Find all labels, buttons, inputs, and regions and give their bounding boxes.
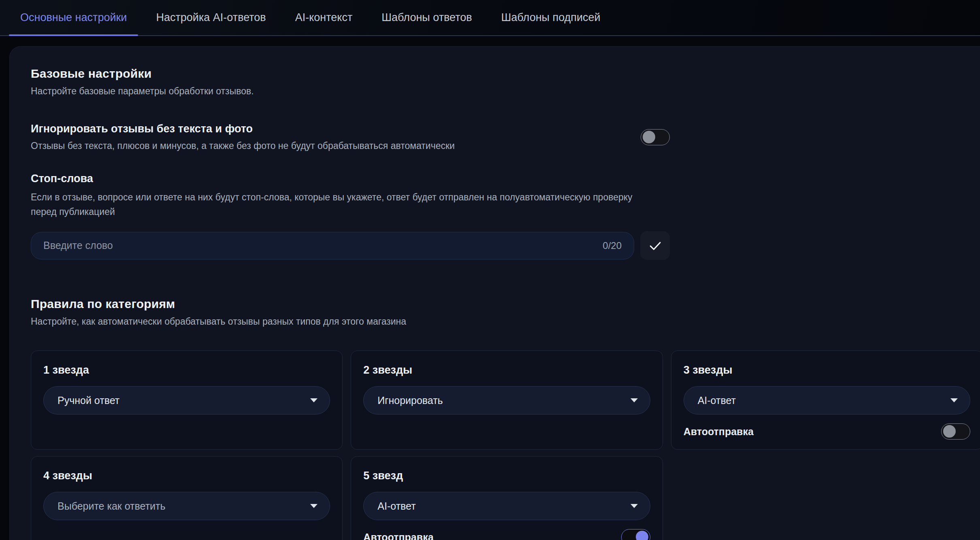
response-mode-dropdown-1-star[interactable]: Ручной ответ <box>43 386 330 415</box>
card-title: 3 звезды <box>684 364 970 376</box>
tab-label: Настройка AI-ответов <box>156 11 266 24</box>
rating-card-3-stars: 3 звезды AI-ответ Автоотправка <box>671 351 980 450</box>
tab-basic-settings[interactable]: Основные настройки <box>9 0 138 35</box>
chevron-down-icon <box>310 398 317 402</box>
ignore-reviews-toggle[interactable] <box>641 129 670 145</box>
chevron-down-icon <box>950 398 958 402</box>
check-icon <box>648 238 663 253</box>
settings-tabbar: Основные настройки Настройка AI-ответов … <box>0 0 980 36</box>
response-mode-dropdown-4-stars[interactable]: Выберите как ответить <box>43 492 330 520</box>
chevron-down-icon <box>310 504 317 508</box>
rating-card-4-stars: 4 звезды Выберите как ответить <box>31 456 343 540</box>
ignore-reviews-description: Отзывы без текста, плюсов и минусов, а т… <box>31 140 455 151</box>
ignore-reviews-label: Игнорировать отзывы без текста и фото <box>31 123 455 135</box>
chevron-down-icon <box>631 504 638 508</box>
card-title: 2 звезды <box>363 364 650 376</box>
autosend-row: Автоотправка <box>684 423 970 440</box>
card-title: 5 звезд <box>363 470 650 482</box>
response-mode-dropdown-5-stars[interactable]: AI-ответ <box>363 492 650 520</box>
stop-words-label: Стоп-слова <box>31 172 670 185</box>
tab-ai-context[interactable]: AI-контекст <box>284 0 364 35</box>
autosend-label: Автоотправка <box>684 426 754 438</box>
rating-card-5-stars: 5 звезд AI-ответ Автоотправка <box>351 456 663 540</box>
dropdown-value: AI-ответ <box>698 395 736 406</box>
basic-settings-title: Базовые настройки <box>31 67 670 81</box>
basic-settings-subtitle: Настройте базовые параметры обработки от… <box>31 86 670 97</box>
ignore-reviews-row: Игнорировать отзывы без текста и фото От… <box>31 123 670 151</box>
autosend-label: Автоотправка <box>363 531 433 540</box>
rating-card-1-star: 1 звезда Ручной ответ <box>31 351 343 450</box>
stop-words-block: Стоп-слова Если в отзыве, вопросе или от… <box>31 172 670 260</box>
dropdown-value: Игнорировать <box>377 395 443 406</box>
tab-answer-templates[interactable]: Шаблоны ответов <box>370 0 483 35</box>
tab-label: Шаблоны подписей <box>501 11 601 24</box>
category-rules-title: Правила по категориям <box>31 297 980 311</box>
card-title: 1 звезда <box>43 364 330 376</box>
autosend-row: Автоотправка <box>363 529 650 540</box>
response-mode-dropdown-2-stars[interactable]: Игнорировать <box>363 386 650 415</box>
stop-word-input[interactable] <box>43 240 594 251</box>
rating-card-2-stars: 2 звезды Игнорировать <box>351 351 663 450</box>
autosend-toggle-3-stars[interactable] <box>941 423 970 440</box>
tab-label: Основные настройки <box>20 11 127 24</box>
stop-words-input-row: 0/20 <box>31 231 670 260</box>
chevron-down-icon <box>631 398 638 402</box>
dropdown-value: AI-ответ <box>377 500 415 512</box>
stop-word-field[interactable]: 0/20 <box>31 232 634 259</box>
category-rules-subtitle: Настройте, как автоматически обрабатыват… <box>31 316 980 327</box>
add-stop-word-button[interactable] <box>640 231 670 260</box>
dropdown-value: Ручной ответ <box>58 395 119 406</box>
settings-panel: Базовые настройки Настройте базовые пара… <box>9 46 980 540</box>
toggle-knob <box>643 131 655 143</box>
response-mode-dropdown-3-stars[interactable]: AI-ответ <box>684 386 970 415</box>
toggle-knob <box>636 531 648 540</box>
dropdown-placeholder: Выберите как ответить <box>58 500 166 512</box>
autosend-toggle-5-stars[interactable] <box>621 529 650 540</box>
tab-label: Шаблоны ответов <box>381 11 472 24</box>
stop-words-description: Если в отзыве, вопросе или ответе на них… <box>31 190 650 219</box>
tab-signature-templates[interactable]: Шаблоны подписей <box>490 0 612 35</box>
tab-ai-answers-settings[interactable]: Настройка AI-ответов <box>145 0 277 35</box>
tab-label: AI-контекст <box>295 11 353 24</box>
card-title: 4 звезды <box>43 470 330 482</box>
toggle-knob <box>943 425 956 438</box>
category-rules-section: Правила по категориям Настройте, как авт… <box>31 297 980 540</box>
rating-cards-grid: 1 звезда Ручной ответ 2 звезды Игнориров… <box>31 351 980 540</box>
basic-settings-section: Базовые настройки Настройте базовые пара… <box>31 67 670 260</box>
ignore-reviews-texts: Игнорировать отзывы без текста и фото От… <box>31 123 455 151</box>
active-tab-indicator <box>9 34 138 36</box>
char-counter: 0/20 <box>603 240 622 251</box>
